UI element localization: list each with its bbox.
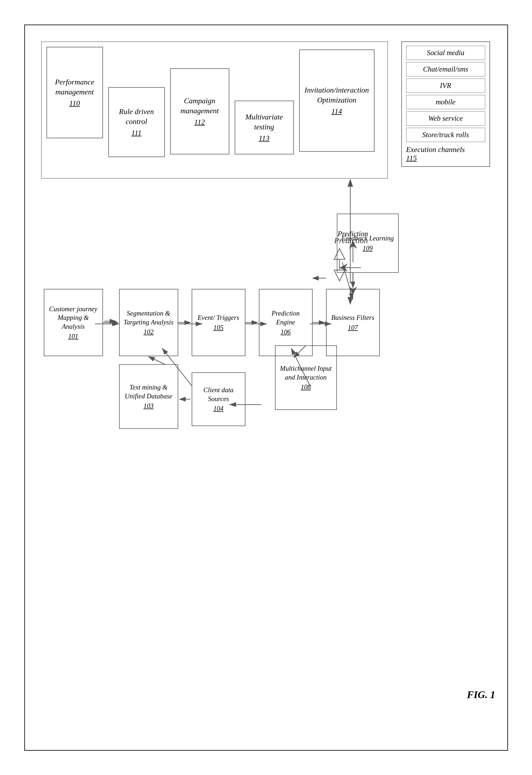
campaign-mgmt-box: Campaign management 112 xyxy=(170,68,229,154)
multivariate-label: Multivariate testing xyxy=(238,112,290,132)
business-filters-num: 107 xyxy=(348,324,358,331)
arrow-cj-seg xyxy=(104,318,119,324)
segmentation-num: 102 xyxy=(144,328,154,336)
fig-label: FIG. 1 xyxy=(467,689,495,701)
exec-channels-label: Execution channels 115 xyxy=(406,144,485,162)
text-mining-box: Text mining & Unified Database 103 xyxy=(119,364,178,429)
invitation-label: Invitation/interaction Optimization xyxy=(303,85,371,105)
text-mining-label: Text mining & Unified Database xyxy=(122,383,175,401)
segmentation-label: Segmentation & Targeting Analysis xyxy=(122,309,175,326)
prediction-engine-label: Prediction Engine xyxy=(262,309,309,326)
event-triggers-box: Event/ Triggers 105 xyxy=(192,289,245,356)
customer-journey-box: Customer journey Mapping & Analysis 101 xyxy=(44,289,103,356)
channel-chat-email-sms: Chat/email/sms xyxy=(406,62,485,76)
client-data-box: Client data Sources 104 xyxy=(192,372,245,426)
feedback-learning-label: Feedback Learning xyxy=(341,234,394,243)
campaign-mgmt-num: 112 xyxy=(194,118,205,126)
rule-driven-box: Rule driven control 111 xyxy=(108,87,165,157)
event-triggers-label: Event/ Triggers xyxy=(198,313,239,322)
perf-mgmt-label: Performance management xyxy=(50,77,99,97)
page: Performance management 110 Rule driven c… xyxy=(24,24,508,751)
invitation-num: 114 xyxy=(331,107,342,116)
channel-social-media: Social media xyxy=(406,46,485,60)
customer-journey-num: 101 xyxy=(68,332,78,340)
client-data-label: Client data Sources xyxy=(195,386,242,403)
channel-web-service: Web service xyxy=(406,111,485,126)
text-mining-num: 103 xyxy=(144,402,154,410)
business-filters-label: Business Filters xyxy=(331,313,374,322)
feedback-learning-num: 109 xyxy=(363,244,373,252)
svg-line-23 xyxy=(149,357,165,364)
svg-marker-30 xyxy=(348,179,353,187)
segmentation-box: Segmentation & Targeting Analysis 102 xyxy=(119,289,178,356)
multichannel-num: 108 xyxy=(301,383,311,391)
rule-driven-label: Rule driven control xyxy=(112,107,161,126)
channel-store-truck: Store/truck rolls xyxy=(406,128,485,142)
multichannel-label: Multichannel Input and Interaction xyxy=(278,364,334,382)
multivariate-num: 113 xyxy=(259,134,270,143)
feedback-learning-box: Feedback Learning 109 xyxy=(337,213,399,273)
event-triggers-num: 105 xyxy=(213,324,224,331)
channel-ivr: IVR xyxy=(406,79,485,93)
perf-mgmt-box: Performance management 110 xyxy=(47,47,103,138)
invitation-box: Invitation/interaction Optimization 114 xyxy=(299,49,374,152)
campaign-mgmt-label: Campaign management xyxy=(174,96,226,116)
customer-journey-label: Customer journey Mapping & Analysis xyxy=(47,305,100,331)
perf-mgmt-num: 110 xyxy=(69,99,80,108)
multivariate-box: Multivariate testing 113 xyxy=(235,101,294,154)
diagram: Performance management 110 Rule driven c… xyxy=(41,41,498,709)
client-data-num: 104 xyxy=(213,405,224,413)
channel-mobile: mobile xyxy=(406,95,485,109)
exec-channels-box: Social media Chat/email/sms IVR mobile W… xyxy=(401,41,490,167)
prediction-engine-num: 106 xyxy=(281,328,291,336)
multichannel-box: Multichannel Input and Interaction 108 xyxy=(275,345,337,410)
rule-driven-num: 111 xyxy=(131,129,142,137)
